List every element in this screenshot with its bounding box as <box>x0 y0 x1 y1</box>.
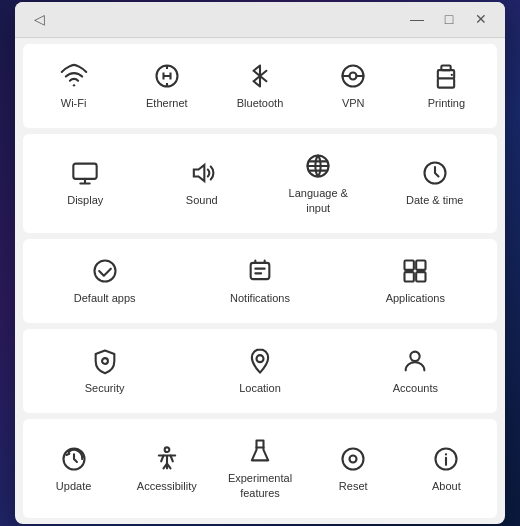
notifications-item[interactable]: Notifications <box>182 247 337 315</box>
ethernet-item[interactable]: Ethernet <box>120 52 213 120</box>
datetime-item[interactable]: Date & time <box>377 142 494 225</box>
close-button[interactable]: ✕ <box>469 7 493 31</box>
svg-point-25 <box>164 447 169 452</box>
defaultapps-item[interactable]: Default apps <box>27 247 182 315</box>
wifi-icon <box>60 62 88 90</box>
title-bar-controls: — □ ✕ <box>405 7 493 31</box>
minimize-button[interactable]: — <box>405 7 429 31</box>
security-icon <box>91 347 119 375</box>
display-item[interactable]: Display <box>27 142 144 225</box>
vpn-label: VPN <box>342 96 365 110</box>
datetime-icon <box>421 159 449 187</box>
svg-rect-20 <box>416 272 425 281</box>
svg-point-10 <box>451 74 453 76</box>
svg-rect-11 <box>74 164 97 179</box>
svg-marker-12 <box>194 165 205 181</box>
datetime-label: Date & time <box>406 193 463 207</box>
reset-label: Reset <box>339 479 368 493</box>
svg-rect-19 <box>405 272 414 281</box>
notifications-icon <box>246 257 274 285</box>
svg-point-22 <box>256 355 263 362</box>
applications-item[interactable]: Applications <box>338 247 493 315</box>
apps-section: Default apps Notifications Applications <box>23 239 497 323</box>
about-label: About <box>432 479 461 493</box>
accounts-label: Accounts <box>393 381 438 395</box>
reset-icon <box>339 445 367 473</box>
about-item[interactable]: About <box>400 427 493 510</box>
wifi-label: Wi-Fi <box>61 96 87 110</box>
printing-label: Printing <box>428 96 465 110</box>
title-bar-back: ◁ <box>27 7 51 31</box>
security-section: Security Location Accounts <box>23 329 497 413</box>
svg-point-15 <box>94 260 115 281</box>
svg-point-23 <box>411 352 420 361</box>
vpn-icon <box>339 62 367 90</box>
language-item[interactable]: Language & input <box>260 142 377 225</box>
update-label: Update <box>56 479 91 493</box>
bluetooth-label: Bluetooth <box>237 96 283 110</box>
notifications-label: Notifications <box>230 291 290 305</box>
svg-rect-16 <box>251 263 270 279</box>
security-item[interactable]: Security <box>27 337 182 405</box>
update-item[interactable]: Update <box>27 427 120 510</box>
accessibility-label: Accessibility <box>137 479 197 493</box>
ethernet-icon <box>153 62 181 90</box>
display-label: Display <box>67 193 103 207</box>
back-button[interactable]: ◁ <box>27 7 51 31</box>
security-label: Security <box>85 381 125 395</box>
security-row: Security Location Accounts <box>23 329 497 413</box>
location-item[interactable]: Location <box>182 337 337 405</box>
bluetooth-icon <box>246 62 274 90</box>
wifi-item[interactable]: Wi-Fi <box>27 52 120 120</box>
bluetooth-item[interactable]: Bluetooth <box>213 52 306 120</box>
svg-point-0 <box>72 84 74 86</box>
svg-rect-17 <box>405 260 414 269</box>
settings-panel: ◁ — □ ✕ Wi-Fi <box>15 2 505 524</box>
reset-item[interactable]: Reset <box>307 427 400 510</box>
accounts-icon <box>401 347 429 375</box>
update-icon <box>60 445 88 473</box>
printing-icon <box>432 62 460 90</box>
svg-rect-9 <box>442 65 451 70</box>
network-row: Wi-Fi Ethernet Bluetooth <box>23 44 497 128</box>
vpn-item[interactable]: VPN <box>307 52 400 120</box>
accounts-item[interactable]: Accounts <box>338 337 493 405</box>
misc-row: Update Accessibility Experimental featur… <box>23 419 497 518</box>
accessibility-icon <box>153 445 181 473</box>
language-label: Language & input <box>289 186 348 215</box>
svg-rect-8 <box>438 78 454 87</box>
maximize-button[interactable]: □ <box>437 7 461 31</box>
about-icon <box>432 445 460 473</box>
sound-item[interactable]: Sound <box>144 142 261 225</box>
applications-label: Applications <box>386 291 445 305</box>
network-section: Wi-Fi Ethernet Bluetooth <box>23 44 497 128</box>
svg-point-29 <box>446 453 447 454</box>
sound-label: Sound <box>186 193 218 207</box>
experimental-label: Experimental features <box>228 471 292 500</box>
display-section: Display Sound Language & input <box>23 134 497 233</box>
svg-point-26 <box>343 448 364 469</box>
experimental-item[interactable]: Experimental features <box>213 427 306 510</box>
applications-icon <box>401 257 429 285</box>
display-icon <box>71 159 99 187</box>
misc-section: Update Accessibility Experimental featur… <box>23 419 497 518</box>
svg-rect-18 <box>416 260 425 269</box>
location-label: Location <box>239 381 281 395</box>
ethernet-label: Ethernet <box>146 96 188 110</box>
experimental-icon <box>246 437 274 465</box>
apps-row: Default apps Notifications Applications <box>23 239 497 323</box>
title-bar: ◁ — □ ✕ <box>15 2 505 38</box>
printing-item[interactable]: Printing <box>400 52 493 120</box>
sound-icon <box>188 159 216 187</box>
accessibility-item[interactable]: Accessibility <box>120 427 213 510</box>
display-row: Display Sound Language & input <box>23 134 497 233</box>
svg-point-21 <box>102 358 108 364</box>
language-icon <box>304 152 332 180</box>
svg-point-27 <box>350 455 357 462</box>
defaultapps-label: Default apps <box>74 291 136 305</box>
location-icon <box>246 347 274 375</box>
defaultapps-icon <box>91 257 119 285</box>
